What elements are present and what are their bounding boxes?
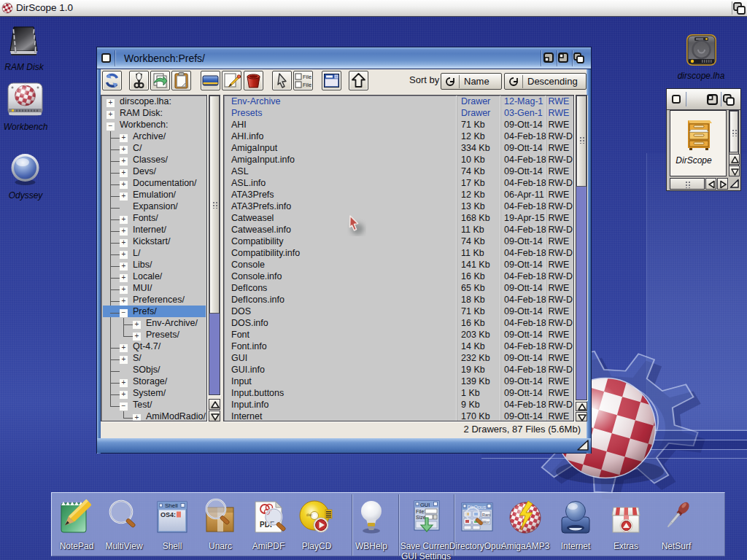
svg-text:Shell: Shell — [165, 502, 178, 509]
svg-text:OS4:: OS4: — [160, 511, 176, 518]
svg-text:GUI: GUI — [420, 502, 430, 508]
svg-text:File:: File: — [416, 509, 425, 514]
svg-text:File: File — [303, 74, 311, 80]
svg-text:File: File — [303, 82, 311, 88]
svg-text:Ram: Ram — [482, 513, 491, 517]
svg-text:disc: disc — [306, 513, 313, 517]
svg-text:Wor: Wor — [482, 520, 489, 524]
